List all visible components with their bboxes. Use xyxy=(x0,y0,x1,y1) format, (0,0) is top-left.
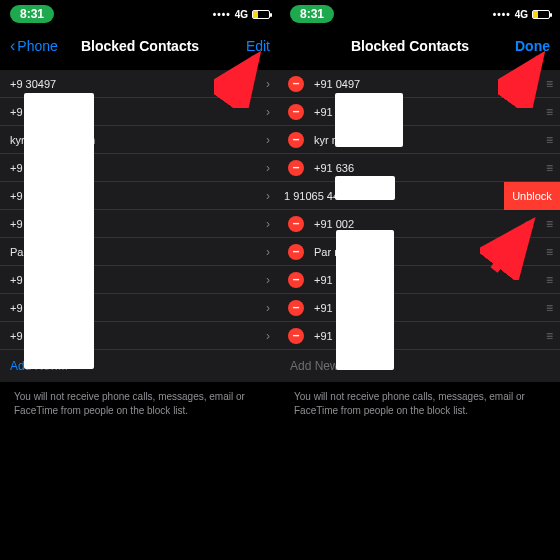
list-item[interactable]: –kyr ngmail.com≡ xyxy=(280,126,560,154)
chevron-right-icon: › xyxy=(256,133,280,147)
remove-icon[interactable]: – xyxy=(288,216,304,232)
chevron-right-icon: › xyxy=(256,329,280,343)
drag-handle-icon[interactable]: ≡ xyxy=(546,133,560,147)
remove-icon[interactable]: – xyxy=(288,132,304,148)
annotation-arrow xyxy=(214,48,272,108)
drag-handle-icon[interactable]: ≡ xyxy=(546,161,560,175)
status-bar: 8:31 •••• 4G xyxy=(280,0,560,28)
remove-icon[interactable]: – xyxy=(288,272,304,288)
remove-icon[interactable]: – xyxy=(288,244,304,260)
annotation-arrow xyxy=(480,210,550,280)
screenshot-left: 8:31 •••• 4G ‹ Phone Blocked Contacts Ed… xyxy=(0,0,280,560)
remove-icon[interactable]: – xyxy=(288,104,304,120)
list-item[interactable]: –+91 168≡ xyxy=(280,322,560,350)
redaction-block xyxy=(335,93,403,147)
signal-icon: •••• xyxy=(493,9,511,20)
back-button[interactable]: ‹ Phone xyxy=(10,37,70,55)
redaction-block xyxy=(24,93,94,369)
chevron-right-icon: › xyxy=(256,273,280,287)
page-title: Blocked Contacts xyxy=(330,38,490,54)
list-item[interactable]: –+91 636≡ xyxy=(280,154,560,182)
chevron-right-icon: › xyxy=(256,245,280,259)
list-item[interactable]: –+91 539≡ xyxy=(280,294,560,322)
battery-icon xyxy=(532,10,550,19)
page-title: Blocked Contacts xyxy=(70,38,210,54)
drag-handle-icon[interactable]: ≡ xyxy=(546,301,560,315)
remove-icon[interactable]: – xyxy=(288,160,304,176)
network-label: 4G xyxy=(515,9,528,20)
chevron-right-icon: › xyxy=(256,189,280,203)
remove-icon[interactable]: – xyxy=(288,300,304,316)
screenshot-right: 8:31 •••• 4G Blocked Contacts Done –+91 … xyxy=(280,0,560,560)
footer-note: You will not receive phone calls, messag… xyxy=(0,382,280,425)
status-time-pill[interactable]: 8:31 xyxy=(290,5,334,23)
redaction-block xyxy=(335,176,395,200)
chevron-right-icon: › xyxy=(256,301,280,315)
chevron-left-icon: ‹ xyxy=(10,37,15,55)
chevron-right-icon: › xyxy=(256,161,280,175)
list-item[interactable]: 1 91065 44Unblock xyxy=(280,182,560,210)
network-label: 4G xyxy=(235,9,248,20)
remove-icon[interactable]: – xyxy=(288,76,304,92)
chevron-right-icon: › xyxy=(256,217,280,231)
status-time-pill[interactable]: 8:31 xyxy=(10,5,54,23)
remove-icon[interactable]: – xyxy=(288,328,304,344)
svg-line-1 xyxy=(510,58,540,100)
back-label: Phone xyxy=(17,38,57,54)
svg-line-0 xyxy=(226,58,256,100)
redaction-block xyxy=(336,230,394,370)
annotation-arrow xyxy=(498,48,556,108)
svg-line-2 xyxy=(494,224,530,270)
battery-icon xyxy=(252,10,270,19)
drag-handle-icon[interactable]: ≡ xyxy=(546,329,560,343)
status-bar: 8:31 •••• 4G xyxy=(0,0,280,28)
add-new-disabled: Add New... xyxy=(280,350,560,382)
contact-label: +91 636 xyxy=(304,162,546,174)
signal-icon: •••• xyxy=(213,9,231,20)
unblock-button[interactable]: Unblock xyxy=(504,182,560,210)
footer-note: You will not receive phone calls, messag… xyxy=(280,382,560,425)
